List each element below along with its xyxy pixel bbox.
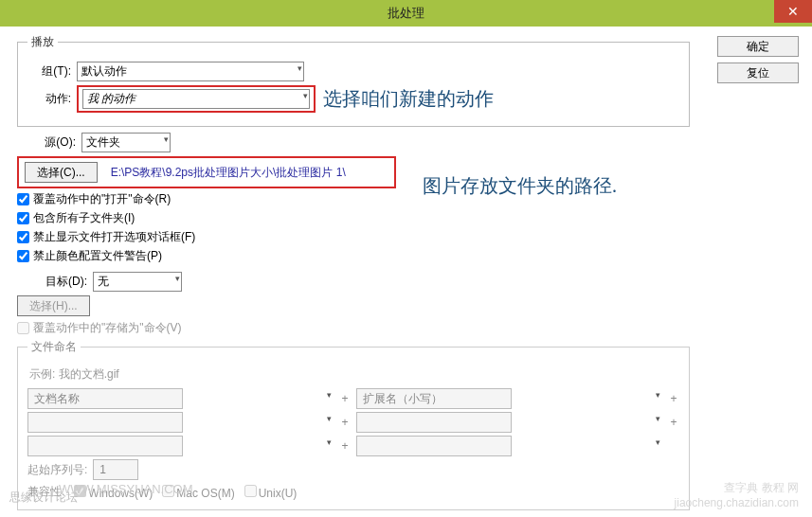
close-button[interactable]: ✕ <box>774 0 812 23</box>
cb-subfolders[interactable] <box>17 212 29 224</box>
chevron-down-icon: ▾ <box>656 437 660 447</box>
cb-suppress-color[interactable] <box>17 250 29 262</box>
cb-override-open[interactable] <box>17 193 29 205</box>
plus-icon: + <box>339 416 351 429</box>
cb-override-save <box>17 322 29 334</box>
highlight-path: 选择(C)... E:\PS教程\9.2ps批处理图片大小\批处理图片 1\ <box>17 156 396 188</box>
annotation-action: 选择咱们新建的动作 <box>323 86 494 112</box>
chevron-down-icon: ▾ <box>656 390 660 400</box>
source-select[interactable]: 文件夹 <box>81 133 171 152</box>
chevron-down-icon: ▾ <box>327 414 332 423</box>
chevron-down-icon: ▾ <box>656 414 660 423</box>
highlight-action: 我 的动作 ▾ <box>77 85 316 113</box>
naming-example: 示例: 我的文档.gif <box>29 366 679 383</box>
name-field-6 <box>356 436 512 456</box>
window-title: 批处理 <box>388 5 424 22</box>
action-label: 动作: <box>27 91 71 107</box>
cb-windows-label: Windows(W) <box>88 487 153 500</box>
titlebar: 批处理 ✕ <box>0 0 812 27</box>
close-icon: ✕ <box>787 4 799 19</box>
dialog-buttons: 确定 复位 <box>717 36 799 89</box>
name-field-3 <box>27 412 183 433</box>
cb-mac <box>162 485 174 497</box>
name-field-2 <box>356 388 512 409</box>
action-select[interactable]: 我 的动作 <box>82 89 310 109</box>
group-label: 组(T): <box>27 63 71 80</box>
cb-subfolders-label: 包含所有子文件夹(I) <box>33 210 135 226</box>
playback-group: 播放 组(T): 默认动作 ▾ 动作: 我 的动作 ▾ 选择咱们新建的动作 <box>17 34 690 127</box>
cb-suppress-open-label: 禁止显示文件打开选项对话框(F) <box>33 229 195 245</box>
cb-unix-label: Unix(U) <box>259 487 298 500</box>
plus-icon: + <box>339 392 351 405</box>
cb-override-open-label: 覆盖动作中的"打开"命令(R) <box>33 191 171 207</box>
cb-suppress-color-label: 禁止颜色配置文件警告(P) <box>33 248 162 264</box>
playback-legend: 播放 <box>27 34 58 50</box>
annotation-path: 图片存放文件夹的路径. <box>423 173 617 199</box>
plus-icon: + <box>668 392 679 405</box>
choose-dest-button: 选择(H)... <box>17 295 90 316</box>
cb-windows <box>74 485 86 497</box>
plus-icon: + <box>668 416 679 429</box>
seq-input <box>93 459 138 480</box>
chevron-down-icon: ▾ <box>327 390 332 400</box>
seq-label: 起始序列号: <box>27 462 87 478</box>
name-field-5 <box>27 436 183 456</box>
dest-select[interactable]: 无 <box>93 272 182 292</box>
ok-button[interactable]: 确定 <box>717 36 799 57</box>
name-field-4 <box>356 412 512 433</box>
choose-source-button[interactable]: 选择(C)... <box>25 162 98 183</box>
source-label: 源(O): <box>32 134 76 151</box>
cb-suppress-open[interactable] <box>17 231 29 243</box>
cb-mac-label: Mac OS(M) <box>176 487 234 500</box>
cb-unix <box>244 485 257 497</box>
group-select[interactable]: 默认动作 <box>77 62 304 81</box>
source-path: E:\PS教程\9.2ps批处理图片大小\批处理图片 1\ <box>111 165 346 181</box>
dest-section: 目标(D): 无 ▾ 选择(H)... 覆盖动作中的"存储为"命令(V) 文件命… <box>17 272 690 510</box>
naming-group: 文件命名 示例: 我的文档.gif ▾ + ▾ + ▾ + ▾ + ▾ + ▾ … <box>17 339 690 510</box>
plus-icon: + <box>339 439 351 453</box>
cb-override-save-label: 覆盖动作中的"存储为"命令(V) <box>33 320 182 336</box>
chevron-down-icon: ▾ <box>327 437 332 447</box>
compat-label: 兼容性: <box>27 484 64 500</box>
reset-button[interactable]: 复位 <box>717 62 799 83</box>
name-field-1 <box>27 388 183 409</box>
naming-legend: 文件命名 <box>27 339 81 355</box>
dest-label: 目标(D): <box>32 274 87 290</box>
